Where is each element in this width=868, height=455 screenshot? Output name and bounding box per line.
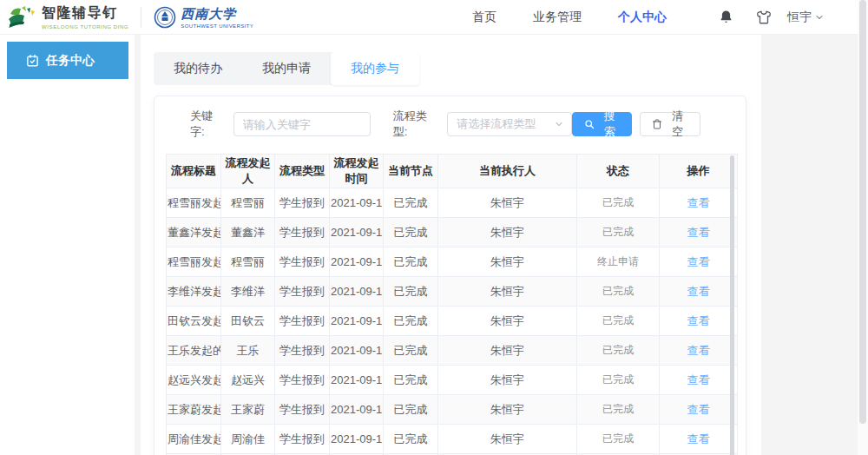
table-row: 程雪丽发起...程雪丽学生报到2021-09-1...已完成朱恒宇已完成查看 [167,188,738,218]
actions-cell: 查看 [660,277,738,307]
view-link[interactable]: 查看 [687,344,710,357]
initiator-cell: 程雪丽 [221,188,275,218]
time-cell: 2021-09-1... [330,277,384,307]
university-logo: 西南大学 SOUTHWEST UNIVERSITY [154,6,253,29]
university-name: 西南大学 [181,6,253,23]
title-cell: 赵远兴发起... [167,366,221,395]
table-scrollbar-thumb[interactable] [730,155,734,455]
type-cell: 学生报到 [275,247,330,277]
initiator-cell: 程雪丽 [221,247,275,277]
view-link[interactable]: 查看 [687,285,710,298]
node-cell: 已完成 [384,218,438,247]
initiator-cell: 王乐 [221,336,275,366]
tab-my-applications[interactable]: 我的申请 [242,52,331,85]
title-cell: 程雪丽发起... [167,188,221,218]
time-cell: 2021-09-1... [330,218,384,247]
user-menu[interactable]: 恒宇 [787,10,825,25]
time-cell: 2021-09-1... [330,425,384,454]
type-cell: 学生报到 [275,188,330,218]
nav-personal-center[interactable]: 个人中心 [618,10,667,25]
initiator-cell: 周渝佳 [221,425,275,454]
executor-cell: 朱恒宇 [438,277,577,307]
sidebar-item-task-center[interactable]: 任务中心 [7,42,128,79]
actions-cell: 查看 [660,395,738,425]
column-header-type: 流程类型 [275,155,330,188]
initiator-cell: 王家蔚 [221,395,275,425]
status-cell: 已完成 [577,336,660,366]
title-cell: 王家蔚发起... [167,395,221,425]
column-header-initiator: 流程发起人 [221,155,275,188]
view-link[interactable]: 查看 [687,255,710,268]
table-row: 田钦云发起...田钦云学生报到2021-09-1...已完成朱恒宇已完成查看 [167,307,738,336]
process-type-select[interactable]: 请选择流程类型 [447,112,572,136]
nav-home[interactable]: 首页 [472,10,496,25]
content-card: 我的待办 我的申请 我的参与 关键字: 流程类型: 请选择流程类型 [141,35,761,455]
tab-my-todo[interactable]: 我的待办 [154,52,242,85]
actions-cell: 查看 [660,218,738,247]
clear-button[interactable]: 清空 [640,112,700,136]
brand-subtitle: WISELOONG TUTORING DING [42,24,128,30]
filter-buttons: 搜索 清空 [572,112,700,136]
notification-bell-icon[interactable] [719,10,733,24]
status-cell: 已完成 [577,366,660,395]
time-cell: 2021-09-1... [330,307,384,336]
status-cell: 已完成 [577,218,660,247]
app-header: 智隆辅导钉 WISELOONG TUTORING DING 西南大学 SOUTH… [0,0,868,35]
nav-business-management[interactable]: 业务管理 [533,10,582,25]
theme-shirt-icon[interactable] [756,10,772,25]
view-link[interactable]: 查看 [687,196,710,209]
node-cell: 已完成 [384,366,438,395]
brand-name: 智隆辅导钉 [42,4,128,23]
initiator-cell: 赵远兴 [221,366,275,395]
sidebar-item-label: 任务中心 [46,53,95,69]
actions-cell: 查看 [660,336,738,366]
tab-my-participation[interactable]: 我的参与 [331,52,419,85]
column-header-start-time: 流程发起时间 [330,155,384,188]
actions-cell: 查看 [660,188,738,218]
table-row: 赵远兴发起...赵远兴学生报到2021-09-1...已完成朱恒宇已完成查看 [167,366,738,395]
user-name: 恒宇 [787,10,812,25]
top-nav: 首页 业务管理 个人中心 恒宇 [436,10,825,25]
actions-cell: 查看 [660,366,738,395]
column-header-title: 流程标题 [167,155,221,188]
table-row: 周渝佳发起...周渝佳学生报到2021-09-1...已完成朱恒宇已完成查看 [167,425,738,454]
node-cell: 已完成 [384,395,438,425]
page-scrollbar-track[interactable] [858,0,868,455]
keyword-input[interactable] [233,112,371,136]
view-link[interactable]: 查看 [687,373,710,386]
filter-bar: 关键字: 流程类型: 请选择流程类型 [166,109,735,140]
view-link[interactable]: 查看 [687,314,710,327]
column-header-current-node: 当前节点 [384,155,438,188]
title-cell: 董鑫洋发起... [167,218,221,247]
node-cell: 已完成 [384,336,438,366]
table-row: 李维洋发起...李维洋学生报到2021-09-1...已完成朱恒宇已完成查看 [167,277,738,307]
status-cell: 已完成 [577,277,660,307]
university-subtitle: SOUTHWEST UNIVERSITY [181,23,253,29]
type-cell: 学生报到 [275,425,330,454]
chevron-down-icon [814,12,825,23]
time-cell: 2021-09-1... [330,395,384,425]
actions-cell: 查看 [660,307,738,336]
actions-cell: 查看 [660,425,738,454]
status-cell: 终止申请 [577,247,660,277]
brand-leaf-icon [7,5,36,29]
table-row: 王乐发起的...王乐学生报到2021-09-1...已完成朱恒宇已完成查看 [167,336,738,366]
process-type-placeholder: 请选择流程类型 [457,116,536,132]
status-cell: 已完成 [577,188,660,218]
search-button[interactable]: 搜索 [572,112,633,136]
title-cell: 田钦云发起... [167,307,221,336]
executor-cell: 朱恒宇 [438,425,577,454]
brand-logo[interactable]: 智隆辅导钉 WISELOONG TUTORING DING [7,4,128,30]
view-link[interactable]: 查看 [687,226,710,239]
view-link[interactable]: 查看 [687,432,710,445]
node-cell: 已完成 [384,307,438,336]
process-type-label: 流程类型: [393,109,441,140]
executor-cell: 朱恒宇 [438,336,577,366]
view-link[interactable]: 查看 [687,403,710,416]
process-table: 流程标题 流程发起人 流程类型 流程发起时间 当前节点 当前执行人 状态 操作 … [166,154,735,455]
page-scrollbar-thumb[interactable] [859,0,866,424]
node-cell: 已完成 [384,247,438,277]
node-cell: 已完成 [384,277,438,307]
status-cell: 已完成 [577,425,660,454]
select-chevron-down-icon [554,119,564,129]
